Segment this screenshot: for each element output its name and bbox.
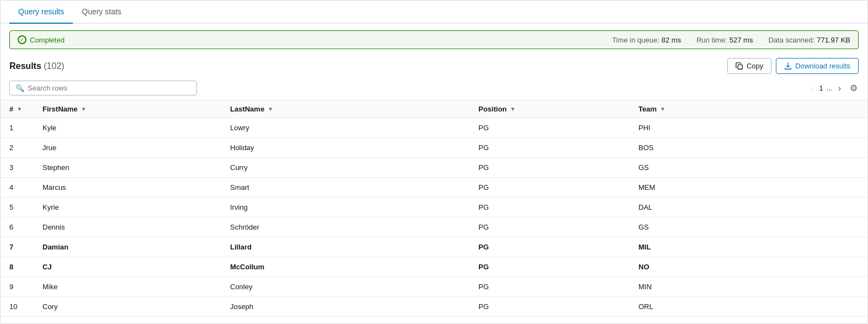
search-row: 🔍 ‹ 1 ... › ⚙ bbox=[1, 78, 867, 100]
cell-lastname: Lowry bbox=[221, 118, 470, 138]
cell-team: ORL bbox=[630, 297, 867, 317]
cell-position: PG bbox=[470, 118, 630, 138]
cell-firstname: Mike bbox=[34, 277, 221, 297]
cell-team: GS bbox=[630, 158, 867, 178]
table-row: 8 CJ McCollum PG NO bbox=[1, 257, 867, 277]
table-header-row: # ▼ FirstName ▼ LastName ▼ bbox=[1, 100, 867, 118]
results-count: (102) bbox=[44, 61, 64, 71]
data-scanned-value: 771.97 KB bbox=[817, 36, 850, 44]
cell-firstname: Jrue bbox=[34, 138, 221, 158]
table-row: 10 Cory Joseph PG ORL bbox=[1, 297, 867, 317]
cell-num: 2 bbox=[1, 138, 34, 158]
tab-query-stats[interactable]: Query stats bbox=[73, 1, 130, 24]
results-title: Results (102) bbox=[9, 61, 65, 71]
cell-firstname: Damian bbox=[34, 237, 221, 257]
cell-lastname: Lillard bbox=[221, 237, 470, 257]
col-header-num[interactable]: # ▼ bbox=[1, 100, 34, 118]
prev-page-button[interactable]: ‹ bbox=[808, 82, 816, 94]
cell-team: MIL bbox=[630, 237, 867, 257]
cell-position: PG bbox=[470, 257, 630, 277]
table-row: 7 Damian Lillard PG MIL bbox=[1, 237, 867, 257]
cell-team: MIN bbox=[630, 277, 867, 297]
cell-lastname: Curry bbox=[221, 158, 470, 178]
pagination: ‹ 1 ... › ⚙ bbox=[808, 82, 859, 94]
copy-button[interactable]: Copy bbox=[727, 58, 771, 74]
download-results-button[interactable]: Download results bbox=[776, 58, 859, 74]
cell-team: DAL bbox=[630, 198, 867, 217]
col-header-firstname[interactable]: FirstName ▼ bbox=[34, 100, 221, 118]
tab-bar: Query results Query stats bbox=[1, 1, 867, 24]
col-header-lastname[interactable]: LastName ▼ bbox=[221, 100, 470, 118]
cell-num: 9 bbox=[1, 277, 34, 297]
cell-firstname: Cory bbox=[34, 297, 221, 317]
page-ellipsis: ... bbox=[827, 84, 833, 92]
cell-position: PG bbox=[470, 138, 630, 158]
cell-num: 4 bbox=[1, 178, 34, 198]
table-row: 2 Jrue Holiday PG BOS bbox=[1, 138, 867, 158]
toolbar-actions: Copy Download results bbox=[727, 58, 859, 74]
run-time-value: 527 ms bbox=[729, 36, 753, 44]
cell-firstname: Kyrie bbox=[34, 198, 221, 217]
cell-team: PHI bbox=[630, 118, 867, 138]
cell-position: PG bbox=[470, 237, 630, 257]
sort-icon-team: ▼ bbox=[660, 106, 665, 112]
stat-run-time: Run time: 527 ms bbox=[696, 36, 753, 44]
table-row: 4 Marcus Smart PG MEM bbox=[1, 178, 867, 198]
cell-lastname: Schröder bbox=[221, 217, 470, 237]
status-completed: ✓ Completed bbox=[18, 35, 65, 44]
status-label: Completed bbox=[30, 36, 65, 44]
cell-lastname: Irving bbox=[221, 198, 470, 217]
cell-position: PG bbox=[470, 297, 630, 317]
table-row: 5 Kyrie Irving PG DAL bbox=[1, 198, 867, 217]
cell-position: PG bbox=[470, 277, 630, 297]
sort-icon-num: ▼ bbox=[17, 106, 22, 112]
cell-num: 5 bbox=[1, 198, 34, 217]
svg-rect-0 bbox=[738, 65, 742, 69]
sort-icon-lastname: ▼ bbox=[268, 106, 273, 112]
cell-lastname: Joseph bbox=[221, 297, 470, 317]
time-in-queue-value: 82 ms bbox=[662, 36, 681, 44]
col-header-team[interactable]: Team ▼ bbox=[630, 100, 867, 118]
search-wrap: 🔍 bbox=[9, 81, 197, 95]
search-input[interactable] bbox=[28, 84, 191, 92]
cell-num: 1 bbox=[1, 118, 34, 138]
download-icon bbox=[784, 62, 792, 70]
results-table: # ▼ FirstName ▼ LastName ▼ bbox=[1, 100, 867, 317]
table-row: 9 Mike Conley PG MIN bbox=[1, 277, 867, 297]
status-stats: Time in queue: 82 ms Run time: 527 ms Da… bbox=[612, 36, 850, 44]
cell-num: 8 bbox=[1, 257, 34, 277]
cell-team: BOS bbox=[630, 138, 867, 158]
copy-icon bbox=[736, 62, 743, 70]
current-page: 1 bbox=[819, 84, 823, 92]
cell-firstname: Stephen bbox=[34, 158, 221, 178]
check-circle-icon: ✓ bbox=[18, 35, 26, 44]
cell-firstname: Dennis bbox=[34, 217, 221, 237]
status-bar: ✓ Completed Time in queue: 82 ms Run tim… bbox=[9, 30, 859, 49]
cell-num: 3 bbox=[1, 158, 34, 178]
cell-team: GS bbox=[630, 217, 867, 237]
run-time-label: Run time: bbox=[696, 36, 727, 44]
time-in-queue-label: Time in queue: bbox=[612, 36, 659, 44]
cell-position: PG bbox=[470, 178, 630, 198]
stat-time-in-queue: Time in queue: 82 ms bbox=[612, 36, 681, 44]
cell-lastname: McCollum bbox=[221, 257, 470, 277]
table-row: 3 Stephen Curry PG GS bbox=[1, 158, 867, 178]
cell-lastname: Conley bbox=[221, 277, 470, 297]
col-header-position[interactable]: Position ▼ bbox=[470, 100, 630, 118]
next-page-button[interactable]: › bbox=[836, 82, 843, 94]
cell-num: 10 bbox=[1, 297, 34, 317]
cell-position: PG bbox=[470, 158, 630, 178]
main-container: Query results Query stats ✓ Completed Ti… bbox=[0, 0, 868, 324]
cell-firstname: Kyle bbox=[34, 118, 221, 138]
table-row: 6 Dennis Schröder PG GS bbox=[1, 217, 867, 237]
cell-team: MEM bbox=[630, 178, 867, 198]
cell-firstname: Marcus bbox=[34, 178, 221, 198]
cell-position: PG bbox=[470, 217, 630, 237]
cell-lastname: Holiday bbox=[221, 138, 470, 158]
cell-firstname: CJ bbox=[34, 257, 221, 277]
table-settings-button[interactable]: ⚙ bbox=[849, 82, 859, 94]
tab-query-results[interactable]: Query results bbox=[9, 1, 73, 24]
results-toolbar: Results (102) Copy Download results bbox=[1, 54, 867, 78]
cell-num: 6 bbox=[1, 217, 34, 237]
cell-position: PG bbox=[470, 198, 630, 217]
